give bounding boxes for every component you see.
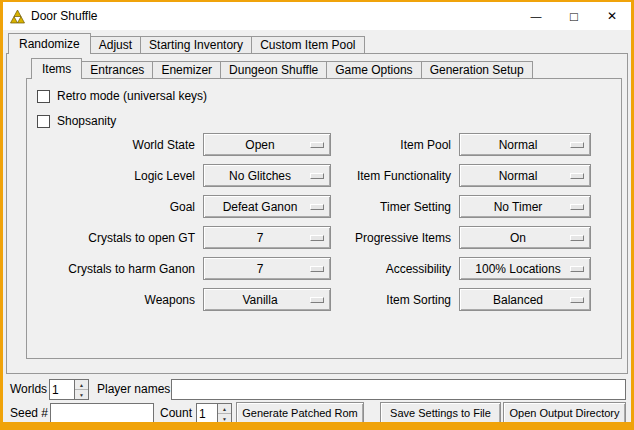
options-grid: World State Open Item Pool Normal Logic …: [33, 129, 591, 315]
dropdown-indicator-icon: [570, 235, 584, 241]
tab-dungeon-shuffle[interactable]: Dungeon Shuffle: [220, 61, 327, 79]
spin-down-icon[interactable]: ▼: [75, 390, 88, 399]
tab-items[interactable]: Items: [31, 58, 82, 79]
checkbox-shopsanity[interactable]: Shopsanity: [37, 113, 116, 129]
option-label-item-functionality: Item Functionality: [337, 169, 453, 183]
option-label-timer-setting: Timer Setting: [337, 200, 453, 214]
dropdown-value: No Glitches: [229, 169, 291, 183]
dropdown-indicator-icon: [310, 297, 324, 303]
caption-buttons: — □ ✕: [517, 2, 631, 30]
spin-up-icon[interactable]: ▲: [218, 404, 231, 414]
main-tab-bar: Randomize Adjust Starting Inventory Cust…: [8, 33, 364, 54]
save-settings-button[interactable]: Save Settings to File: [380, 402, 501, 424]
checkbox-label: Retro mode (universal keys): [57, 89, 207, 103]
checkbox-label: Shopsanity: [57, 114, 116, 128]
dropdown-indicator-icon: [310, 204, 324, 210]
dropdown-logic-level[interactable]: No Glitches: [203, 164, 331, 187]
spin-down-icon[interactable]: ▼: [218, 414, 231, 423]
items-pane: Retro mode (universal keys) Shopsanity W…: [26, 78, 622, 359]
player-names-input[interactable]: [171, 379, 626, 400]
tab-randomize[interactable]: Randomize: [8, 33, 91, 54]
dropdown-value: Vanilla: [242, 293, 277, 307]
dropdown-indicator-icon: [570, 142, 584, 148]
checkbox-retro-mode[interactable]: Retro mode (universal keys): [37, 88, 207, 104]
dropdown-value: Open: [245, 138, 274, 152]
app-icon: [10, 9, 25, 24]
option-label-accessibility: Accessibility: [337, 262, 453, 276]
option-label-weapons: Weapons: [33, 293, 197, 307]
generate-patched-rom-button[interactable]: Generate Patched Rom: [236, 402, 364, 424]
dropdown-goal[interactable]: Defeat Ganon: [203, 195, 331, 218]
option-label-progressive-items: Progressive Items: [337, 231, 453, 245]
worlds-stepper: ▲ ▼: [49, 379, 89, 400]
option-label-goal: Goal: [33, 200, 197, 214]
dropdown-accessibility[interactable]: 100% Locations: [459, 257, 591, 280]
dropdown-crystals-ganon[interactable]: 7: [203, 257, 331, 280]
dropdown-indicator-icon: [310, 142, 324, 148]
tab-game-options[interactable]: Game Options: [326, 61, 421, 79]
dropdown-value: Normal: [499, 138, 538, 152]
checkbox-box: [37, 90, 50, 103]
option-label-world-state: World State: [33, 138, 197, 152]
worlds-stepper-arrows: ▲ ▼: [74, 380, 88, 399]
dropdown-indicator-icon: [310, 173, 324, 179]
dropdown-item-functionality[interactable]: Normal: [459, 164, 591, 187]
checkbox-box: [37, 115, 50, 128]
close-button[interactable]: ✕: [593, 2, 631, 30]
dropdown-indicator-icon: [570, 297, 584, 303]
tab-starting-inventory[interactable]: Starting Inventory: [140, 36, 252, 54]
option-label-item-pool: Item Pool: [337, 138, 453, 152]
dropdown-value: On: [510, 231, 526, 245]
dropdown-value: 7: [257, 231, 264, 245]
count-input[interactable]: [197, 404, 217, 423]
dropdown-indicator-icon: [570, 266, 584, 272]
count-stepper: ▲ ▼: [196, 403, 232, 424]
dropdown-indicator-icon: [570, 204, 584, 210]
option-label-crystals-ganon: Crystals to harm Ganon: [33, 262, 197, 276]
dropdown-indicator-icon: [310, 266, 324, 272]
dropdown-item-sorting[interactable]: Balanced: [459, 288, 591, 311]
close-icon: ✕: [607, 9, 617, 23]
dropdown-crystals-gt[interactable]: 7: [203, 226, 331, 249]
window: Door Shuffle — □ ✕ Randomize Adjust Star…: [0, 0, 634, 430]
tab-enemizer[interactable]: Enemizer: [152, 61, 221, 79]
sub-tab-bar: Items Entrances Enemizer Dungeon Shuffle…: [31, 58, 532, 79]
dropdown-timer-setting[interactable]: No Timer: [459, 195, 591, 218]
dropdown-indicator-icon: [310, 235, 324, 241]
dropdown-value: Normal: [499, 169, 538, 183]
dropdown-value: Defeat Ganon: [223, 200, 298, 214]
tab-entrances[interactable]: Entrances: [81, 61, 153, 79]
dropdown-progressive-items[interactable]: On: [459, 226, 591, 249]
worlds-input[interactable]: [50, 380, 74, 399]
dropdown-world-state[interactable]: Open: [203, 133, 331, 156]
option-label-item-sorting: Item Sorting: [337, 293, 453, 307]
tab-adjust[interactable]: Adjust: [90, 36, 141, 54]
maximize-button[interactable]: □: [555, 2, 593, 30]
minimize-icon: —: [531, 10, 542, 22]
maximize-icon: □: [570, 9, 578, 24]
minimize-button[interactable]: —: [517, 2, 555, 30]
spin-up-icon[interactable]: ▲: [75, 380, 88, 390]
option-label-crystals-gt: Crystals to open GT: [33, 231, 197, 245]
window-title: Door Shuffle: [31, 9, 98, 23]
seed-input[interactable]: [50, 403, 154, 424]
tab-generation-setup[interactable]: Generation Setup: [421, 61, 533, 79]
worlds-label: Worlds: [10, 379, 47, 400]
count-stepper-arrows: ▲ ▼: [217, 404, 231, 423]
open-output-directory-button[interactable]: Open Output Directory: [503, 402, 626, 424]
dropdown-indicator-icon: [570, 173, 584, 179]
dropdown-value: No Timer: [494, 200, 543, 214]
title-bar[interactable]: Door Shuffle — □ ✕: [3, 2, 631, 30]
dropdown-value: 7: [257, 262, 264, 276]
option-label-logic-level: Logic Level: [33, 169, 197, 183]
dropdown-weapons[interactable]: Vanilla: [203, 288, 331, 311]
dropdown-value: 100% Locations: [475, 262, 560, 276]
tab-custom-item-pool[interactable]: Custom Item Pool: [251, 36, 364, 54]
player-names-label: Player names: [97, 379, 170, 400]
dropdown-item-pool[interactable]: Normal: [459, 133, 591, 156]
seed-label: Seed #: [10, 403, 48, 424]
count-label: Count: [160, 403, 192, 424]
dropdown-value: Balanced: [493, 293, 543, 307]
